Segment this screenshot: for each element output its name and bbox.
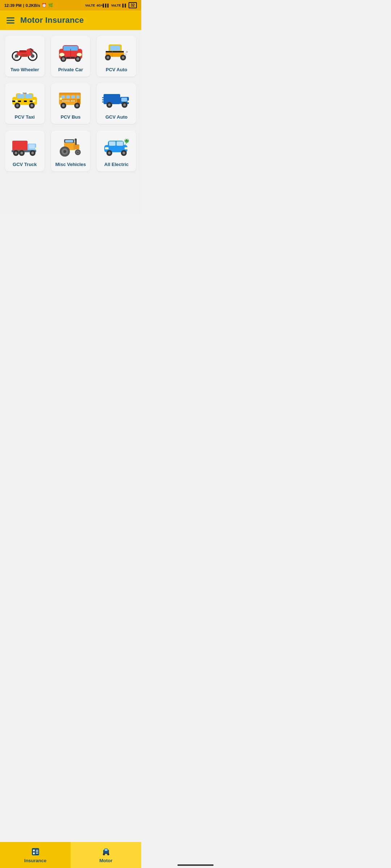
signal2: ▌▌ xyxy=(122,4,127,7)
svg-rect-56 xyxy=(76,95,79,98)
grid-item-misc-vehicles[interactable]: Misc Vehicles xyxy=(51,131,91,171)
svg-rect-80 xyxy=(35,148,37,149)
page-title: Motor Insurance xyxy=(20,16,84,25)
gcv-auto-label: GCV Auto xyxy=(105,114,127,120)
svg-point-90 xyxy=(75,139,77,141)
svg-rect-49 xyxy=(24,101,27,102)
svg-point-45 xyxy=(31,105,33,107)
private-car-label: Private Car xyxy=(58,67,83,72)
grid-item-gcv-truck[interactable]: GCV Truck xyxy=(5,131,45,171)
hamburger-menu[interactable] xyxy=(7,17,14,24)
svg-rect-92 xyxy=(65,140,73,142)
svg-point-98 xyxy=(77,152,79,153)
svg-point-86 xyxy=(31,152,34,154)
grid-item-pcv-auto[interactable]: PCV Auto xyxy=(97,36,136,77)
svg-rect-52 xyxy=(59,93,81,95)
gcv-truck-icon xyxy=(10,136,39,157)
grid-row-1: Two Wheeler xyxy=(5,36,136,77)
pcv-taxi-icon: TAXI xyxy=(10,88,39,110)
svg-point-29 xyxy=(106,56,109,59)
grid-row-3: GCV Truck xyxy=(5,131,136,171)
svg-text:SCHOOL BUS: SCHOOL BUS xyxy=(62,100,75,102)
svg-point-14 xyxy=(59,53,64,56)
status-right: VoLTE 4G+▌▌▌ VoLTE ▌▌ 32 xyxy=(85,2,137,8)
status-bar: 12:39 PM | 0.2KB/s ⏰ 🌿 VoLTE 4G+▌▌▌ VoLT… xyxy=(0,0,141,10)
pcv-auto-label: PCV Auto xyxy=(106,67,127,72)
svg-rect-38 xyxy=(17,94,24,98)
signal-4g: 4G+▌▌▌ xyxy=(97,4,110,7)
all-electric-label: All Electric xyxy=(104,162,129,167)
grid-row-2: TAXI xyxy=(5,83,136,124)
svg-point-27 xyxy=(122,56,124,59)
svg-rect-30 xyxy=(124,53,127,55)
svg-rect-65 xyxy=(104,94,120,104)
svg-point-110 xyxy=(108,152,110,154)
svg-point-82 xyxy=(15,152,17,154)
svg-rect-108 xyxy=(125,147,128,149)
svg-rect-71 xyxy=(127,101,130,102)
svg-rect-107 xyxy=(105,147,109,149)
svg-rect-101 xyxy=(109,141,115,146)
svg-rect-76 xyxy=(12,141,28,151)
network-speed: | xyxy=(23,3,24,8)
svg-point-43 xyxy=(16,105,19,107)
misc-vehicles-label: Misc Vehicles xyxy=(55,162,86,167)
svg-rect-89 xyxy=(75,140,77,145)
vehicle-grid: Two Wheeler xyxy=(0,30,141,214)
motorcycle-icon xyxy=(10,41,39,63)
svg-rect-60 xyxy=(60,98,62,100)
svg-rect-25 xyxy=(106,51,124,52)
svg-text:TAXI: TAXI xyxy=(23,92,27,94)
svg-rect-88 xyxy=(73,144,79,149)
svg-rect-39 xyxy=(25,94,32,98)
time: 12:39 PM xyxy=(4,3,22,8)
svg-point-95 xyxy=(63,150,66,153)
battery-icon: 32 xyxy=(129,2,137,8)
grid-item-gcv-auto[interactable]: GCV Auto xyxy=(97,83,136,124)
grid-item-pcv-bus[interactable]: SCHOOL BUS PCV Bus xyxy=(51,83,91,124)
gcv-auto-icon xyxy=(102,88,131,110)
svg-line-31 xyxy=(126,51,127,52)
notification-icon: 🌿 xyxy=(48,3,53,8)
svg-rect-47 xyxy=(12,101,15,102)
header: Motor Insurance xyxy=(0,10,141,30)
svg-rect-48 xyxy=(18,101,21,102)
all-electric-icon xyxy=(102,136,131,157)
svg-point-20 xyxy=(76,58,79,60)
grid-item-all-electric[interactable]: All Electric xyxy=(97,131,136,171)
svg-rect-5 xyxy=(19,50,26,52)
status-left: 12:39 PM | 0.2KB/s ⏰ 🌿 xyxy=(4,3,53,8)
svg-rect-54 xyxy=(66,95,70,98)
svg-rect-55 xyxy=(71,95,75,98)
svg-rect-102 xyxy=(117,141,123,146)
pcv-bus-label: PCV Bus xyxy=(61,114,81,120)
svg-point-64 xyxy=(76,105,79,107)
svg-point-112 xyxy=(122,152,125,154)
volte-icon: VoLTE xyxy=(85,4,95,7)
svg-rect-78 xyxy=(29,144,35,149)
grid-item-pcv-taxi[interactable]: TAXI xyxy=(5,83,45,124)
alarm-icon: ⏰ xyxy=(42,3,47,8)
svg-rect-67 xyxy=(121,98,127,102)
svg-point-75 xyxy=(123,104,126,106)
pcv-taxi-label: PCV Taxi xyxy=(15,114,35,120)
pcv-auto-icon xyxy=(102,41,131,63)
svg-point-62 xyxy=(62,105,65,107)
svg-line-113 xyxy=(125,143,127,145)
svg-point-18 xyxy=(62,58,65,60)
volte2-icon: VoLTE xyxy=(111,4,121,7)
svg-rect-23 xyxy=(110,46,120,51)
svg-point-84 xyxy=(21,152,23,154)
gcv-truck-label: GCV Truck xyxy=(13,162,37,167)
svg-point-73 xyxy=(108,104,110,106)
svg-rect-9 xyxy=(21,54,28,57)
svg-line-32 xyxy=(127,51,128,53)
misc-vehicles-icon xyxy=(56,136,85,157)
grid-item-two-wheeler[interactable]: Two Wheeler xyxy=(5,36,45,77)
svg-rect-50 xyxy=(30,101,33,102)
pcv-bus-icon: SCHOOL BUS xyxy=(56,88,85,110)
svg-point-15 xyxy=(77,53,82,56)
two-wheeler-label: Two Wheeler xyxy=(10,67,39,72)
grid-item-private-car[interactable]: Private Car xyxy=(51,36,91,77)
network-kb: 0.2KB/s xyxy=(26,3,40,8)
